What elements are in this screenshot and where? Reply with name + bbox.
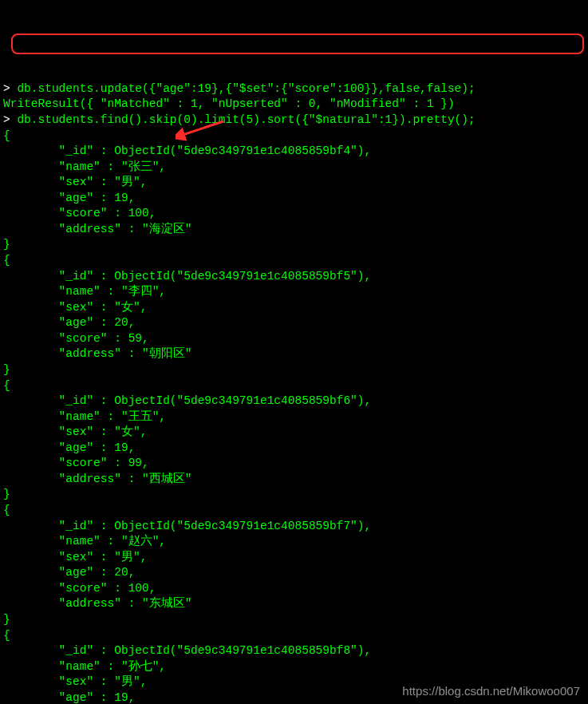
prompt-char: > bbox=[3, 113, 10, 126]
doc-3: { "_id" : ObjectId("5de9c349791e1c408585… bbox=[3, 504, 371, 626]
cmd-find: db.students.find().skip(0).limit(5).sort… bbox=[17, 113, 475, 126]
cmd-update: db.students.update({"age":19},{"$set":{"… bbox=[17, 82, 475, 95]
doc-4: { "_id" : ObjectId("5de9c349791e1c408585… bbox=[3, 629, 371, 705]
prompt-char: > bbox=[3, 82, 10, 95]
terminal-output: > db.students.update({"age":19},{"$set":… bbox=[3, 65, 585, 704]
doc-0: { "_id" : ObjectId("5de9c349791e1c408585… bbox=[3, 129, 371, 251]
highlight-annotation bbox=[11, 34, 584, 54]
doc-2: { "_id" : ObjectId("5de9c349791e1c408585… bbox=[3, 379, 371, 501]
watermark-text: https://blog.csdn.net/Mikowoo007 bbox=[402, 683, 580, 699]
doc-1: { "_id" : ObjectId("5de9c349791e1c408585… bbox=[3, 254, 371, 376]
update-result: WriteResult({ "nMatched" : 1, "nUpserted… bbox=[3, 97, 455, 110]
